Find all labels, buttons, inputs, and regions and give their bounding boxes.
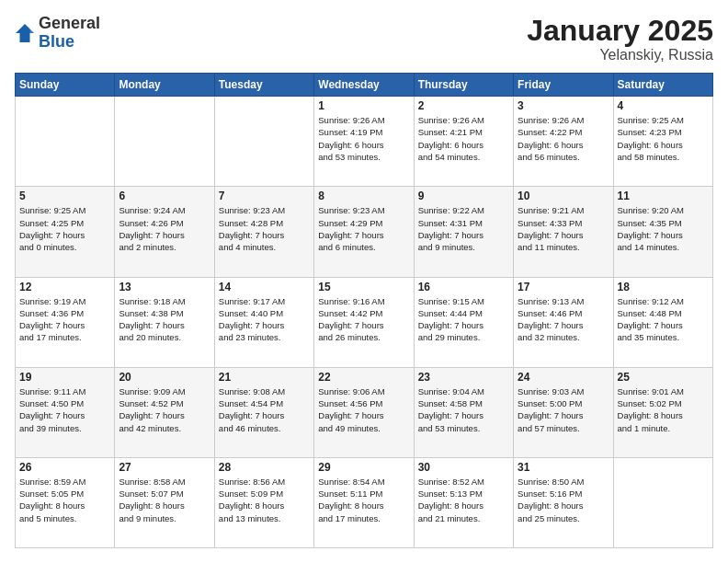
column-header-tuesday: Tuesday — [214, 74, 313, 97]
day-info: Sunrise: 9:09 AM Sunset: 4:52 PM Dayligh… — [119, 385, 210, 434]
column-header-sunday: Sunday — [16, 74, 115, 97]
calendar-cell: 31Sunrise: 8:50 AM Sunset: 5:16 PM Dayli… — [514, 457, 613, 547]
day-info: Sunrise: 9:26 AM Sunset: 4:19 PM Dayligh… — [318, 114, 409, 163]
day-info: Sunrise: 9:26 AM Sunset: 4:21 PM Dayligh… — [418, 114, 509, 163]
calendar-cell: 20Sunrise: 9:09 AM Sunset: 4:52 PM Dayli… — [115, 367, 214, 457]
calendar-week-4: 19Sunrise: 9:11 AM Sunset: 4:50 PM Dayli… — [16, 367, 713, 457]
day-number: 14 — [219, 281, 310, 293]
day-info: Sunrise: 9:08 AM Sunset: 4:54 PM Dayligh… — [219, 385, 310, 434]
day-info: Sunrise: 9:11 AM Sunset: 4:50 PM Dayligh… — [19, 385, 110, 434]
calendar-cell: 12Sunrise: 9:19 AM Sunset: 4:36 PM Dayli… — [16, 277, 115, 367]
calendar-cell: 7Sunrise: 9:23 AM Sunset: 4:28 PM Daylig… — [214, 187, 313, 277]
day-number: 25 — [618, 371, 709, 384]
calendar-cell: 6Sunrise: 9:24 AM Sunset: 4:26 PM Daylig… — [115, 187, 214, 277]
day-number: 20 — [119, 371, 210, 384]
calendar-cell: 2Sunrise: 9:26 AM Sunset: 4:21 PM Daylig… — [414, 97, 513, 187]
calendar-cell: 29Sunrise: 8:54 AM Sunset: 5:11 PM Dayli… — [314, 457, 414, 547]
calendar-cell: 28Sunrise: 8:56 AM Sunset: 5:09 PM Dayli… — [214, 457, 313, 547]
page: General Blue January 2025 Yelanskiy, Rus… — [0, 0, 728, 563]
day-number: 23 — [418, 371, 509, 384]
day-info: Sunrise: 8:56 AM Sunset: 5:09 PM Dayligh… — [219, 476, 310, 524]
day-info: Sunrise: 9:06 AM Sunset: 4:56 PM Dayligh… — [318, 385, 409, 434]
day-number: 29 — [318, 461, 409, 474]
main-title: January 2025 — [527, 15, 713, 47]
day-number: 24 — [518, 371, 609, 384]
calendar-cell — [115, 97, 214, 187]
logo-text: General Blue — [39, 15, 100, 52]
day-number: 11 — [618, 190, 709, 202]
day-number: 1 — [318, 99, 409, 112]
day-info: Sunrise: 8:54 AM Sunset: 5:11 PM Dayligh… — [318, 476, 409, 524]
column-header-thursday: Thursday — [414, 74, 513, 97]
day-info: Sunrise: 8:58 AM Sunset: 5:07 PM Dayligh… — [119, 476, 210, 524]
subtitle: Yelanskiy, Russia — [527, 47, 713, 63]
calendar-header-row: SundayMondayTuesdayWednesdayThursdayFrid… — [16, 74, 713, 97]
day-info: Sunrise: 9:17 AM Sunset: 4:40 PM Dayligh… — [219, 295, 310, 344]
calendar-cell: 25Sunrise: 9:01 AM Sunset: 5:02 PM Dayli… — [613, 367, 712, 457]
day-number: 8 — [318, 190, 409, 202]
logo-blue-text: Blue — [39, 32, 74, 51]
day-info: Sunrise: 9:19 AM Sunset: 4:36 PM Dayligh… — [19, 295, 110, 344]
day-info: Sunrise: 9:03 AM Sunset: 5:00 PM Dayligh… — [518, 385, 609, 434]
header: General Blue January 2025 Yelanskiy, Rus… — [15, 15, 713, 63]
day-number: 17 — [518, 281, 609, 293]
day-number: 2 — [418, 99, 509, 112]
day-info: Sunrise: 9:12 AM Sunset: 4:48 PM Dayligh… — [618, 295, 709, 344]
calendar-cell: 21Sunrise: 9:08 AM Sunset: 4:54 PM Dayli… — [214, 367, 313, 457]
day-number: 19 — [19, 371, 110, 384]
calendar-week-5: 26Sunrise: 8:59 AM Sunset: 5:05 PM Dayli… — [16, 457, 713, 547]
calendar-week-3: 12Sunrise: 9:19 AM Sunset: 4:36 PM Dayli… — [16, 277, 713, 367]
calendar-week-1: 1Sunrise: 9:26 AM Sunset: 4:19 PM Daylig… — [16, 97, 713, 187]
logo: General Blue — [15, 15, 100, 52]
column-header-friday: Friday — [514, 74, 613, 97]
day-info: Sunrise: 9:20 AM Sunset: 4:35 PM Dayligh… — [618, 204, 709, 253]
day-number: 28 — [219, 461, 310, 474]
day-number: 18 — [618, 281, 709, 293]
day-number: 26 — [19, 461, 110, 474]
day-info: Sunrise: 9:04 AM Sunset: 4:58 PM Dayligh… — [418, 385, 509, 434]
day-number: 7 — [219, 190, 310, 202]
day-number: 27 — [119, 461, 210, 474]
day-number: 16 — [418, 281, 509, 293]
logo-general-text: General — [39, 14, 100, 32]
day-info: Sunrise: 9:23 AM Sunset: 4:28 PM Dayligh… — [219, 204, 310, 253]
day-number: 10 — [518, 190, 609, 202]
calendar-cell: 14Sunrise: 9:17 AM Sunset: 4:40 PM Dayli… — [214, 277, 313, 367]
day-info: Sunrise: 9:01 AM Sunset: 5:02 PM Dayligh… — [618, 385, 709, 434]
day-info: Sunrise: 8:52 AM Sunset: 5:13 PM Dayligh… — [418, 476, 509, 524]
day-info: Sunrise: 9:21 AM Sunset: 4:33 PM Dayligh… — [518, 204, 609, 253]
day-info: Sunrise: 9:25 AM Sunset: 4:23 PM Dayligh… — [618, 114, 709, 163]
calendar-cell — [16, 97, 115, 187]
day-info: Sunrise: 8:59 AM Sunset: 5:05 PM Dayligh… — [19, 476, 110, 524]
day-number: 3 — [518, 99, 609, 112]
column-header-saturday: Saturday — [613, 74, 712, 97]
calendar-cell: 27Sunrise: 8:58 AM Sunset: 5:07 PM Dayli… — [115, 457, 214, 547]
column-header-monday: Monday — [115, 74, 214, 97]
calendar-cell: 30Sunrise: 8:52 AM Sunset: 5:13 PM Dayli… — [414, 457, 513, 547]
calendar-cell: 24Sunrise: 9:03 AM Sunset: 5:00 PM Dayli… — [514, 367, 613, 457]
day-number: 6 — [119, 190, 210, 202]
column-header-wednesday: Wednesday — [314, 74, 414, 97]
calendar-cell: 19Sunrise: 9:11 AM Sunset: 4:50 PM Dayli… — [16, 367, 115, 457]
calendar-cell: 5Sunrise: 9:25 AM Sunset: 4:25 PM Daylig… — [16, 187, 115, 277]
day-info: Sunrise: 8:50 AM Sunset: 5:16 PM Dayligh… — [518, 476, 609, 524]
day-number: 12 — [19, 281, 110, 293]
calendar-cell: 17Sunrise: 9:13 AM Sunset: 4:46 PM Dayli… — [514, 277, 613, 367]
day-number: 31 — [518, 461, 609, 474]
day-number: 22 — [318, 371, 409, 384]
calendar-cell: 10Sunrise: 9:21 AM Sunset: 4:33 PM Dayli… — [514, 187, 613, 277]
day-info: Sunrise: 9:18 AM Sunset: 4:38 PM Dayligh… — [119, 295, 210, 344]
title-block: January 2025 Yelanskiy, Russia — [527, 15, 713, 63]
day-info: Sunrise: 9:24 AM Sunset: 4:26 PM Dayligh… — [119, 204, 210, 253]
calendar-cell: 23Sunrise: 9:04 AM Sunset: 4:58 PM Dayli… — [414, 367, 513, 457]
day-number: 4 — [618, 99, 709, 112]
calendar-cell: 22Sunrise: 9:06 AM Sunset: 4:56 PM Dayli… — [314, 367, 414, 457]
calendar-cell: 3Sunrise: 9:26 AM Sunset: 4:22 PM Daylig… — [514, 97, 613, 187]
day-info: Sunrise: 9:22 AM Sunset: 4:31 PM Dayligh… — [418, 204, 509, 253]
day-number: 30 — [418, 461, 509, 474]
calendar-cell: 16Sunrise: 9:15 AM Sunset: 4:44 PM Dayli… — [414, 277, 513, 367]
calendar-cell: 9Sunrise: 9:22 AM Sunset: 4:31 PM Daylig… — [414, 187, 513, 277]
calendar-cell: 8Sunrise: 9:23 AM Sunset: 4:29 PM Daylig… — [314, 187, 414, 277]
logo-icon — [15, 23, 35, 43]
calendar-week-2: 5Sunrise: 9:25 AM Sunset: 4:25 PM Daylig… — [16, 187, 713, 277]
